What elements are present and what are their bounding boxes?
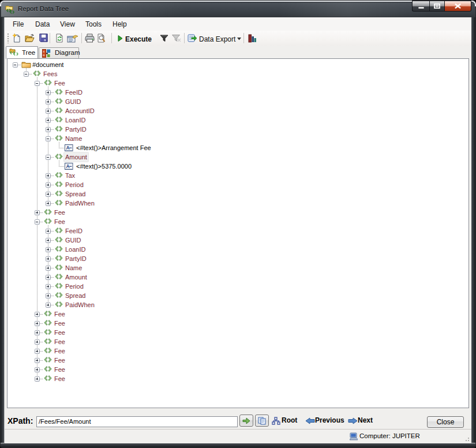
svg-text:A: A	[66, 163, 69, 169]
svg-text:A: A	[66, 145, 69, 151]
svg-text:o: o	[43, 53, 44, 57]
